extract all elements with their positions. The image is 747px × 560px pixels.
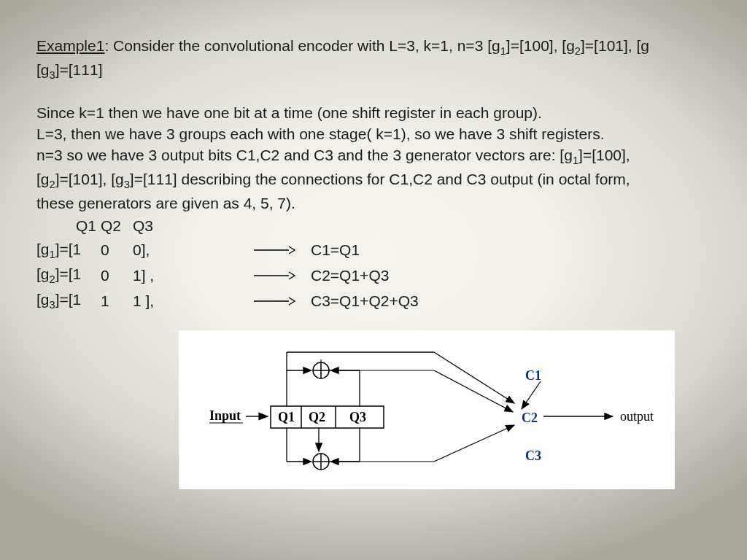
diagram-q2: Q2 — [309, 410, 325, 424]
hdr-q2: Q2 — [101, 215, 133, 236]
diagram-output-label: output — [620, 409, 654, 424]
diagram-c3: C3 — [525, 448, 541, 463]
gen-equation: C3=Q1+Q2+Q3 — [311, 290, 471, 311]
gen-equation: C1=Q1 — [311, 239, 471, 260]
arrow-icon — [252, 270, 311, 281]
generator-table: Q1 Q2 Q3 [g1]=[100],C1=Q1[g2]=[101] ,C2=… — [36, 215, 711, 313]
title-text-3: ]=[101], [g — [581, 37, 649, 54]
svg-line-30 — [522, 381, 541, 409]
explanation-paragraph: Since k=1 then we have one bit at a time… — [36, 102, 711, 214]
p2-line3: n=3 so we have 3 output bits C1,C2 and C… — [36, 144, 711, 168]
title-text-1: : Consider the convolutional encoder wit… — [104, 37, 500, 54]
diagram-c1: C1 — [525, 368, 541, 383]
sub-3: 3 — [50, 69, 55, 81]
title-text-4a: [g — [36, 61, 50, 78]
gen-row-label: [g1]=[1 — [36, 238, 69, 262]
p2-line5: these generators are given as 4, 5, 7). — [36, 192, 711, 214]
title-text-4: ]=[111] — [55, 61, 103, 78]
arrow-icon — [252, 295, 311, 307]
svg-line-29 — [434, 425, 514, 462]
diagram-input-label: Input — [209, 408, 241, 423]
hdr-q1: Q1 — [69, 215, 101, 236]
arrow-icon — [252, 244, 311, 256]
p2-line4: [g2]=[101], [g3]=[111] describing the co… — [36, 168, 711, 192]
gen-row-label: [g3]=[1 — [36, 289, 69, 313]
gen-row-label: [g2]=[1 — [36, 263, 69, 287]
diagram-q3: Q3 — [349, 410, 366, 424]
sub-1: 1 — [500, 45, 506, 57]
sub-2: 2 — [575, 45, 581, 57]
diagram-c2: C2 — [522, 411, 538, 425]
title-text-2: ]=[100], [g — [506, 37, 575, 54]
diagram-svg: Input Q1 Q2 Q3 — [179, 330, 675, 489]
diagram-q1: Q1 — [278, 410, 295, 424]
title-label: Example1 — [36, 37, 104, 54]
example-title: Example1: Consider the convolutional enc… — [36, 35, 711, 83]
svg-line-25 — [434, 352, 514, 403]
p2-line1: Since k=1 then we have one bit at a time… — [36, 102, 711, 123]
p2-line2: L=3, then we have 3 groups each with one… — [36, 123, 711, 144]
slide-content: Example1: Consider the convolutional enc… — [0, 0, 747, 489]
encoder-diagram: Input Q1 Q2 Q3 — [179, 330, 675, 489]
hdr-q3: Q3 — [133, 215, 165, 236]
gen-equation: C2=Q1+Q3 — [311, 265, 471, 286]
svg-line-27 — [434, 370, 513, 412]
